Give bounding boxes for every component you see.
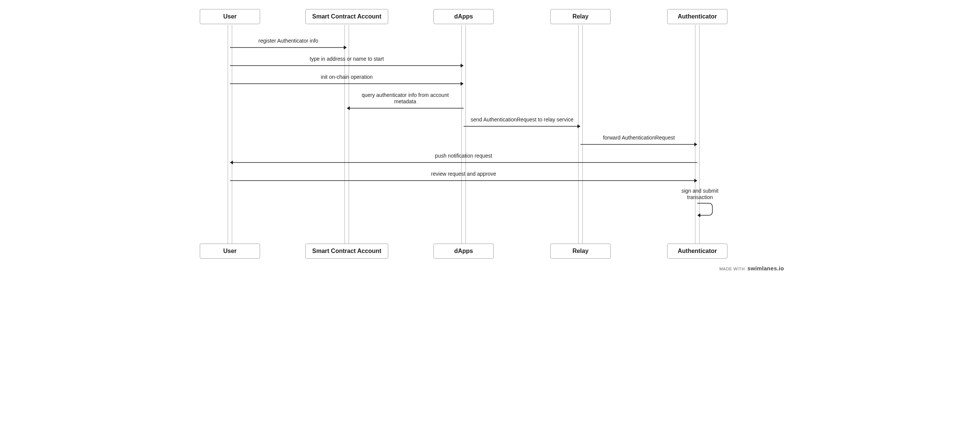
participant-sca-bottom: Smart Contract Account bbox=[305, 244, 388, 259]
sequence-diagram: User Smart Contract Account dApps Relay … bbox=[196, 8, 784, 271]
msg-query-authenticator-l2: metadata bbox=[347, 99, 464, 104]
svg-marker-7 bbox=[347, 106, 350, 110]
participant-auth-bottom: Authenticator bbox=[667, 244, 727, 259]
self-arrow-icon bbox=[697, 202, 714, 218]
participant-user-top: User bbox=[200, 9, 260, 24]
svg-marker-13 bbox=[230, 161, 233, 164]
msg-init-onchain: init on-chain operation bbox=[230, 74, 464, 80]
participant-dapps-top: dApps bbox=[433, 9, 494, 24]
msg-push-notification: push notification request bbox=[230, 153, 697, 159]
arrow-icon bbox=[230, 63, 464, 68]
arrow-icon bbox=[464, 124, 581, 129]
participant-dapps-bottom: dApps bbox=[433, 244, 494, 259]
msg-query-authenticator-l1: query authenticator info from account bbox=[347, 92, 464, 98]
msg-register-authenticator: register Authenticator info bbox=[230, 38, 347, 44]
svg-marker-15 bbox=[694, 179, 697, 182]
msg-sign-submit-l1: sign and submit bbox=[672, 188, 728, 194]
participant-sca-top: Smart Contract Account bbox=[305, 9, 388, 24]
msg-type-address: type in address or name to start bbox=[230, 56, 464, 62]
arrow-icon bbox=[347, 106, 464, 110]
participant-user-bottom: User bbox=[200, 244, 260, 259]
arrow-icon bbox=[230, 160, 697, 165]
svg-marker-1 bbox=[344, 46, 347, 49]
arrow-icon bbox=[230, 81, 464, 86]
msg-send-auth-request: send AuthenticationRequest to relay serv… bbox=[464, 116, 581, 123]
watermark-prefix: MADE WITH bbox=[719, 266, 745, 271]
watermark: MADE WITH swimlanes.io bbox=[719, 265, 784, 271]
participant-relay-bottom: Relay bbox=[550, 244, 611, 259]
msg-sign-submit-l2: transaction bbox=[672, 194, 728, 200]
msg-forward-auth-request: forward AuthenticationRequest bbox=[581, 135, 697, 140]
svg-marker-3 bbox=[461, 64, 464, 67]
svg-marker-9 bbox=[578, 124, 581, 128]
watermark-brand: swimlanes.io bbox=[748, 265, 784, 271]
participant-relay-top: Relay bbox=[550, 9, 611, 24]
svg-marker-11 bbox=[694, 142, 697, 146]
arrow-icon bbox=[581, 142, 697, 147]
participant-auth-top: Authenticator bbox=[667, 9, 727, 24]
svg-marker-16 bbox=[697, 214, 700, 217]
svg-marker-5 bbox=[461, 82, 464, 86]
msg-review-approve: review request and approve bbox=[230, 171, 697, 177]
arrow-icon bbox=[230, 179, 697, 183]
arrow-icon bbox=[230, 45, 347, 50]
